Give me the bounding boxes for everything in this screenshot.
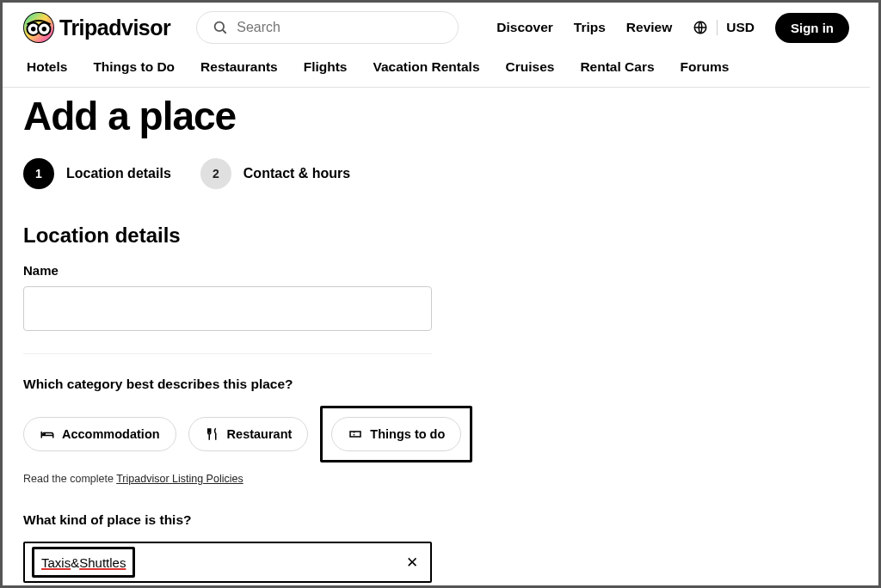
category-question: Which category best describes this place… — [23, 377, 842, 392]
nav-things-to-do[interactable]: Things to Do — [93, 59, 175, 75]
bed-icon — [40, 426, 55, 442]
logo-text: Tripadvisor — [59, 15, 170, 40]
svg-point-5 — [42, 27, 46, 31]
policy-line: Read the complete Tripadvisor Listing Po… — [23, 473, 842, 485]
step-1-circle[interactable]: 1 — [23, 158, 54, 189]
owl-icon — [23, 12, 54, 43]
kind-search-input[interactable]: Taxis & Shuttles ✕ — [23, 542, 432, 583]
svg-point-9 — [43, 433, 45, 435]
svg-point-6 — [215, 22, 225, 32]
logo[interactable]: Tripadvisor — [23, 12, 170, 43]
nav-trips[interactable]: Trips — [574, 20, 606, 35]
nav-discover[interactable]: Discover — [496, 20, 552, 35]
name-label: Name — [23, 263, 842, 278]
kind-question: What kind of place is this? — [23, 512, 842, 528]
nav-review[interactable]: Review — [626, 20, 672, 35]
category-chips: Accommodation Restaurant Things to do — [23, 406, 842, 462]
nav-hotels[interactable]: Hotels — [27, 59, 67, 75]
globe-icon — [693, 20, 708, 35]
svg-line-7 — [223, 30, 226, 34]
nav-rental-cars[interactable]: Rental Cars — [580, 59, 654, 75]
signin-button[interactable]: Sign in — [775, 13, 849, 43]
divider — [23, 353, 432, 354]
nav-vacation-rentals[interactable]: Vacation Rentals — [373, 59, 479, 75]
nav-cruises[interactable]: Cruises — [506, 59, 555, 75]
kind-token-b: Shuttles — [79, 555, 126, 570]
policy-link[interactable]: Tripadvisor Listing Policies — [116, 473, 243, 485]
page-title: Add a place — [23, 93, 842, 139]
step-2-circle[interactable]: 2 — [200, 158, 231, 189]
kind-value-highlight: Taxis & Shuttles — [32, 547, 135, 578]
step-2-label: Contact & hours — [243, 166, 350, 181]
chip-restaurant[interactable]: Restaurant — [188, 417, 309, 451]
search-bar[interactable] — [196, 11, 459, 44]
category-nav: Hotels Things to Do Restaurants Flights … — [3, 52, 870, 88]
policy-prefix: Read the complete — [23, 473, 116, 485]
search-input[interactable] — [237, 20, 442, 35]
locale-currency[interactable]: USD — [693, 20, 755, 35]
search-icon — [213, 20, 228, 35]
divider — [717, 20, 718, 35]
chip-accommodation[interactable]: Accommodation — [23, 417, 176, 451]
chip-label: Restaurant — [227, 427, 293, 441]
nav-flights[interactable]: Flights — [304, 59, 348, 75]
name-input[interactable] — [23, 286, 432, 331]
chip-things-to-do[interactable]: Things to do — [331, 417, 461, 451]
ticket-icon — [348, 426, 363, 442]
nav-forums[interactable]: Forums — [681, 59, 730, 75]
step-1-label: Location details — [66, 166, 171, 181]
utensils-icon — [205, 426, 220, 442]
chip-things-highlight: Things to do — [320, 406, 472, 462]
site-header: Tripadvisor Discover Trips Review USD Si… — [3, 3, 870, 52]
kind-token-amp: & — [71, 555, 79, 570]
kind-token-a: Taxis — [41, 555, 71, 570]
chip-label: Accommodation — [62, 427, 160, 441]
svg-point-4 — [31, 27, 35, 31]
step-indicator: 1 Location details 2 Contact & hours — [23, 158, 842, 189]
currency-label: USD — [726, 20, 755, 35]
chip-label: Things to do — [370, 427, 445, 441]
section-title: Location details — [23, 224, 842, 248]
clear-icon[interactable]: ✕ — [406, 554, 418, 572]
nav-restaurants[interactable]: Restaurants — [200, 59, 278, 75]
